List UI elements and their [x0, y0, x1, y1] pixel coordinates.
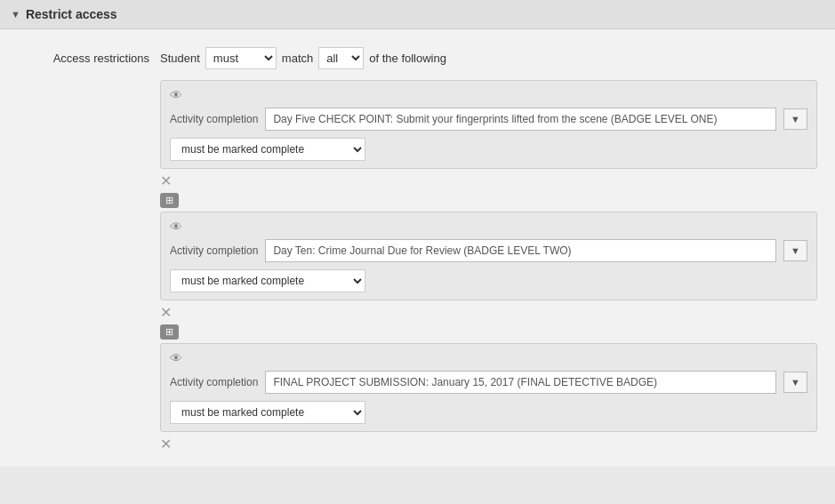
activity-row-3: Activity completion ▼	[170, 371, 807, 394]
section-header[interactable]: ▼ Restrict access	[0, 0, 835, 29]
activity-label-2: Activity completion	[170, 244, 258, 257]
condition-block-3: 👁 Activity completion ▼ must be marked c…	[160, 343, 817, 432]
section-body: Access restrictions Student must must no…	[0, 29, 835, 467]
complete-row-3: must be marked complete must be marked i…	[170, 401, 807, 424]
activity-dropdown-1[interactable]: ▼	[783, 108, 807, 130]
toggle-icon: ▼	[11, 9, 20, 20]
activity-input-3[interactable]	[265, 371, 776, 394]
activity-row-1: Activity completion ▼	[170, 108, 807, 131]
conditions-area: 👁 Activity completion ▼ must be marked c…	[0, 80, 835, 467]
and-connector-2: ⊞	[160, 324, 817, 340]
eye-icon-row-1: 👁	[170, 88, 807, 102]
access-restrictions-controls: Student must must not match all any of t…	[160, 47, 446, 69]
close-btn-1[interactable]: ✕	[160, 172, 817, 189]
complete-row-1: must be marked complete must be marked i…	[170, 138, 807, 161]
condition-block-1: 👁 Activity completion ▼ must be marked c…	[160, 80, 817, 169]
activity-input-1[interactable]	[265, 108, 776, 131]
activity-label-3: Activity completion	[170, 376, 258, 388]
close-row-3: ✕	[160, 436, 817, 452]
complete-select-1[interactable]: must be marked complete must be marked i…	[170, 138, 365, 161]
of-the-following-text: of the following	[369, 52, 446, 65]
and-connector-1: ⊞	[160, 193, 817, 208]
section-title: Restrict access	[26, 7, 117, 21]
eye-icon-3[interactable]: 👁	[170, 351, 182, 365]
match-text: match	[282, 52, 313, 65]
student-text: Student	[160, 52, 200, 65]
access-restrictions-row: Access restrictions Student must must no…	[0, 40, 835, 80]
close-row-2: ✕	[160, 304, 817, 321]
complete-row-2: must be marked complete must be marked i…	[170, 269, 807, 292]
and-badge-1: ⊞	[160, 193, 179, 208]
close-btn-3[interactable]: ✕	[160, 436, 817, 452]
restrict-access-section: ▼ Restrict access Access restrictions St…	[0, 0, 835, 467]
condition-inner-1: 👁 Activity completion ▼ must be marked c…	[160, 80, 817, 169]
eye-icon-2[interactable]: 👁	[170, 220, 182, 234]
condition-inner-2: 👁 Activity completion ▼ must be marked c…	[160, 212, 817, 300]
activity-row-2: Activity completion ▼	[170, 239, 807, 262]
complete-select-2[interactable]: must be marked complete must be marked i…	[170, 269, 365, 292]
close-btn-2[interactable]: ✕	[160, 304, 817, 321]
activity-input-2[interactable]	[265, 239, 776, 262]
activity-dropdown-3[interactable]: ▼	[783, 372, 807, 393]
and-badge-2: ⊞	[160, 324, 179, 340]
close-row-1: ✕	[160, 172, 817, 189]
eye-icon-1[interactable]: 👁	[170, 88, 182, 102]
access-restrictions-label: Access restrictions	[18, 52, 160, 65]
activity-label-1: Activity completion	[170, 113, 258, 125]
eye-icon-row-3: 👁	[170, 351, 807, 365]
condition-inner-3: 👁 Activity completion ▼ must be marked c…	[160, 343, 817, 432]
condition-block-2: 👁 Activity completion ▼ must be marked c…	[160, 212, 817, 300]
complete-select-3[interactable]: must be marked complete must be marked i…	[170, 401, 365, 424]
activity-dropdown-2[interactable]: ▼	[783, 240, 807, 261]
must-select[interactable]: must must not	[205, 47, 277, 69]
all-select[interactable]: all any	[318, 47, 364, 69]
eye-icon-row-2: 👁	[170, 220, 807, 234]
